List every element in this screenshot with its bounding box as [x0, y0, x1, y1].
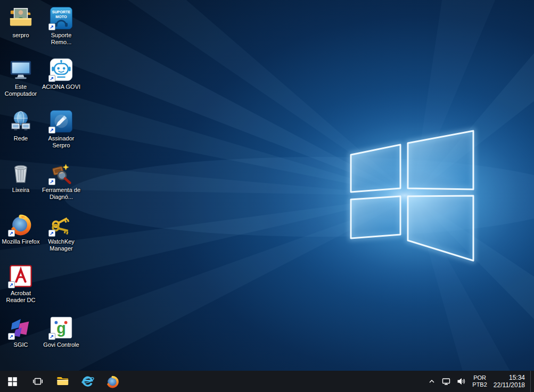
desktop-icon-lixeira[interactable]: Lixeira: [1, 160, 40, 194]
diagnostic-tool-icon: [48, 160, 74, 186]
icon-label: SGIC: [14, 341, 28, 348]
desktop-icon-serpro[interactable]: serpro: [1, 5, 40, 39]
sgic-icon: [8, 315, 34, 340]
language-line1: POR: [473, 374, 486, 381]
desktop-icon-sgic[interactable]: SGIC: [1, 315, 40, 348]
shortcut-arrow-icon: [48, 230, 55, 237]
desktop-icon-govi-controle[interactable]: g Govi Controle: [42, 315, 81, 348]
icon-label: WatchKey Manager: [42, 238, 81, 252]
svg-text:MOTO: MOTO: [55, 15, 67, 19]
shortcut-arrow-icon: [48, 333, 55, 340]
firefox-icon: [8, 212, 34, 237]
icon-label: Este Computador: [1, 84, 40, 97]
shortcut-arrow-icon: [8, 281, 15, 288]
desktop-icon-suporte-remoto[interactable]: SUPORTE MOTO Suporte Remo...: [42, 5, 81, 46]
network-globe-icon: [8, 109, 34, 134]
icon-label: Govi Controle: [43, 341, 79, 348]
shortcut-arrow-icon: [48, 178, 55, 185]
desktop-icon-mozilla-firefox[interactable]: Mozilla Firefox: [1, 212, 40, 245]
start-button[interactable]: [0, 371, 25, 392]
desktop-icon-ferramenta-diagnostico[interactable]: Ferramenta de Diagnó...: [42, 160, 81, 201]
clock-date: 22/11/2018: [494, 381, 525, 389]
icon-label: Suporte Remo...: [42, 32, 81, 46]
volume-tray-button[interactable]: [454, 371, 469, 392]
robot-icon: [48, 57, 74, 82]
icon-label: Rede: [14, 135, 28, 142]
show-desktop-button[interactable]: [530, 371, 534, 392]
task-view-icon: [32, 376, 44, 387]
icon-label: Ferramenta de Diagnó...: [42, 187, 81, 201]
file-explorer-button[interactable]: [50, 371, 75, 392]
clock[interactable]: 15:34 22/11/2018: [491, 371, 530, 392]
tray-expand-button[interactable]: [425, 371, 439, 392]
icon-label: Assinador Serpro: [42, 135, 81, 149]
speaker-icon: [457, 377, 465, 386]
icon-label: Mozilla Firefox: [2, 238, 40, 245]
icon-label: Lixeira: [12, 187, 29, 194]
windows-logo-icon: [7, 376, 18, 387]
chevron-up-icon: [428, 378, 436, 385]
shortcut-arrow-icon: [48, 75, 55, 82]
desktop-icon-rede[interactable]: Rede: [1, 109, 40, 142]
folder-icon: [56, 374, 70, 388]
system-tray: POR PTB2 15:34 22/11/2018: [425, 371, 534, 392]
desktop-icon-acrobat-reader[interactable]: Acrobat Reader DC: [1, 263, 40, 304]
icon-label: serpro: [12, 32, 29, 39]
ie-icon: [81, 374, 95, 388]
shortcut-arrow-icon: [8, 230, 15, 237]
recycle-bin-icon: [8, 160, 34, 186]
user-folder-icon: [8, 5, 34, 31]
firefox-taskbar-button[interactable]: [100, 371, 125, 392]
computer-icon: [8, 57, 34, 82]
icon-label: Acrobat Reader DC: [1, 290, 40, 304]
desktop-icon-watchkey-manager[interactable]: WatchKey Manager: [42, 212, 81, 252]
suporte-remoto-icon: SUPORTE MOTO: [48, 5, 74, 31]
svg-text:SUPORTE: SUPORTE: [52, 10, 71, 14]
shortcut-arrow-icon: [8, 333, 15, 340]
desktop[interactable]: serpro SUPORTE MOTO Suporte Remo...: [0, 0, 534, 392]
network-tray-button[interactable]: [439, 371, 454, 392]
taskbar: POR PTB2 15:34 22/11/2018: [0, 371, 534, 392]
shortcut-arrow-icon: [48, 23, 55, 30]
internet-explorer-button[interactable]: [75, 371, 100, 392]
language-indicator[interactable]: POR PTB2: [469, 371, 491, 392]
desktop-icon-assinador-serpro[interactable]: Assinador Serpro: [42, 109, 81, 149]
keys-icon: [48, 212, 74, 237]
desktop-icon-este-computador[interactable]: Este Computador: [1, 57, 40, 97]
clock-time: 15:34: [509, 374, 525, 381]
firefox-icon: [105, 374, 120, 389]
signature-pen-icon: [48, 109, 74, 134]
govi-icon: g: [48, 315, 74, 340]
task-view-button[interactable]: [25, 371, 50, 392]
acrobat-reader-icon: [8, 263, 34, 289]
icon-label: ACIONA GOVI: [42, 84, 80, 90]
network-status-icon: [442, 377, 450, 386]
language-line2: PTB2: [472, 381, 487, 388]
desktop-icon-aciona-govi[interactable]: ACIONA GOVI: [42, 57, 81, 90]
shortcut-arrow-icon: [48, 127, 55, 134]
